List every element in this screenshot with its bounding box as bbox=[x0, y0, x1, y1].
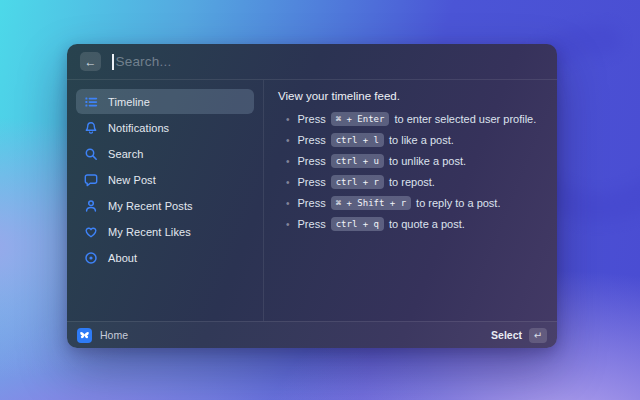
search-bar: ← Search... bbox=[67, 44, 557, 80]
bullet-dot: • bbox=[286, 156, 290, 167]
sidebar-item-search[interactable]: Search bbox=[76, 141, 254, 166]
sidebar-item-my-recent-likes[interactable]: My Recent Likes bbox=[76, 219, 254, 244]
shortcut-prefix: Press bbox=[298, 197, 326, 209]
search-input[interactable]: Search... bbox=[116, 54, 172, 69]
shortcut-prefix: Press bbox=[298, 155, 326, 167]
shortcut-prefix: Press bbox=[298, 176, 326, 188]
bullet-dot: • bbox=[286, 198, 290, 209]
shortcut-prefix: Press bbox=[298, 113, 326, 125]
return-key-icon: ↵ bbox=[534, 330, 542, 341]
sidebar-item-label: My Recent Likes bbox=[108, 226, 191, 238]
shortcut-suffix: to quote a post. bbox=[389, 218, 465, 230]
sidebar-item-timeline[interactable]: Timeline bbox=[76, 89, 254, 114]
heart-icon bbox=[84, 225, 98, 239]
chat-bubble-icon bbox=[84, 173, 98, 187]
shortcut-row: • Press ctrl + q to quote a post. bbox=[278, 217, 543, 231]
shortcut-row: • Press ⌘ + Shift + r to reply to a post… bbox=[278, 196, 543, 210]
kbd-badge: ⌘ + Shift + r bbox=[331, 196, 411, 210]
bullet-dot: • bbox=[286, 219, 290, 230]
shortcut-prefix: Press bbox=[298, 134, 326, 146]
shortcut-suffix: to repost. bbox=[389, 176, 435, 188]
shortcut-suffix: to enter selected user profile. bbox=[394, 113, 536, 125]
back-button[interactable]: ← bbox=[80, 52, 101, 71]
sidebar: Timeline Notifications Search New bbox=[67, 80, 263, 321]
person-icon bbox=[84, 199, 98, 213]
shortcut-row: • Press ctrl + u to unlike a post. bbox=[278, 154, 543, 168]
sidebar-item-label: New Post bbox=[108, 174, 156, 186]
text-caret bbox=[112, 54, 114, 70]
kbd-badge: ctrl + r bbox=[331, 175, 384, 189]
shortcut-row: • Press ctrl + r to repost. bbox=[278, 175, 543, 189]
back-arrow-icon: ← bbox=[85, 56, 97, 68]
shortcut-suffix: to like a post. bbox=[389, 134, 454, 146]
sidebar-item-label: Notifications bbox=[108, 122, 169, 134]
detail-panel: View your timeline feed. • Press ⌘ + Ent… bbox=[263, 80, 557, 321]
bell-icon bbox=[84, 121, 98, 135]
sidebar-item-label: Search bbox=[108, 148, 143, 160]
bullet-dot: • bbox=[286, 114, 290, 125]
footer-app-label: Home bbox=[100, 329, 128, 341]
shortcut-prefix: Press bbox=[298, 218, 326, 230]
shortcut-row: • Press ctrl + l to like a post. bbox=[278, 133, 543, 147]
detail-title: View your timeline feed. bbox=[278, 90, 543, 102]
sidebar-item-notifications[interactable]: Notifications bbox=[76, 115, 254, 140]
sidebar-item-my-recent-posts[interactable]: My Recent Posts bbox=[76, 193, 254, 218]
kbd-badge: ctrl + l bbox=[331, 133, 384, 147]
sidebar-item-new-post[interactable]: New Post bbox=[76, 167, 254, 192]
shortcut-suffix: to unlike a post. bbox=[389, 155, 466, 167]
sidebar-item-about[interactable]: About bbox=[76, 245, 254, 270]
shortcut-row: • Press ⌘ + Enter to enter selected user… bbox=[278, 112, 543, 126]
footer-bar: Home Select ↵ bbox=[67, 321, 557, 348]
command-palette-window: ← Search... Timeline Notifications bbox=[67, 44, 557, 348]
bullet-dot: • bbox=[286, 177, 290, 188]
info-circle-icon bbox=[84, 251, 98, 265]
enter-key-badge: ↵ bbox=[529, 328, 547, 343]
bluesky-butterfly-icon bbox=[77, 328, 92, 343]
search-icon bbox=[84, 147, 98, 161]
bullet-dot: • bbox=[286, 135, 290, 146]
kbd-badge: ⌘ + Enter bbox=[331, 112, 390, 126]
select-action-label[interactable]: Select bbox=[491, 329, 522, 341]
main-area: Timeline Notifications Search New bbox=[67, 80, 557, 321]
sidebar-item-label: Timeline bbox=[108, 96, 150, 108]
sidebar-item-label: My Recent Posts bbox=[108, 200, 193, 212]
kbd-badge: ctrl + q bbox=[331, 217, 384, 231]
kbd-badge: ctrl + u bbox=[331, 154, 384, 168]
sidebar-item-label: About bbox=[108, 252, 137, 264]
list-icon bbox=[84, 95, 98, 109]
shortcut-suffix: to reply to a post. bbox=[416, 197, 500, 209]
